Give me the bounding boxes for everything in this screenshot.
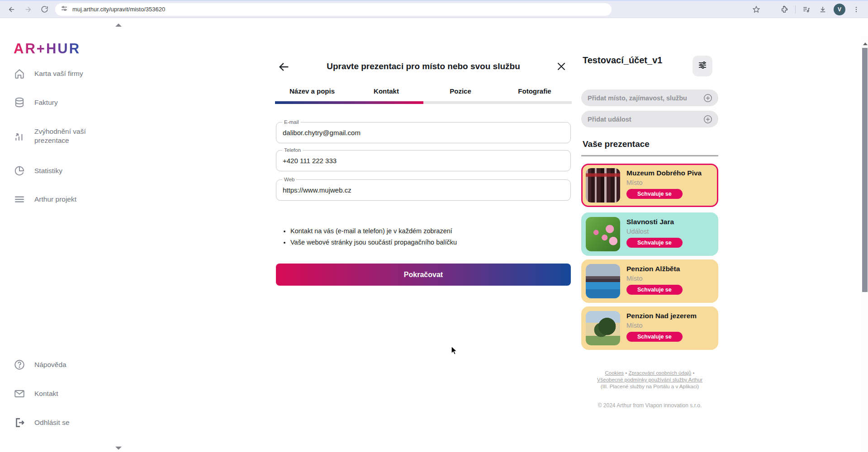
card-title: Muzeum Dobrého Piva	[626, 169, 702, 177]
phone-field[interactable]	[283, 151, 563, 171]
heading-divider	[581, 155, 718, 156]
note-item: Kontakt na vás (e-mail a telefon) je v k…	[290, 227, 457, 235]
logout-icon	[14, 417, 25, 428]
email-field-wrap: E-mail	[276, 122, 571, 143]
downloads-icon[interactable]	[816, 3, 829, 16]
personal-data-link[interactable]: Zpracování osobních údajů	[629, 370, 692, 376]
browser-forward-icon[interactable]	[22, 3, 34, 16]
add-place-label: Přidat místo, zajímavost, službu	[588, 94, 687, 102]
pie-chart-icon	[14, 165, 25, 177]
back-arrow-icon[interactable]	[278, 61, 291, 74]
modal-header: Upravte prezentaci pro místo nebo svou s…	[275, 60, 572, 75]
terms-link[interactable]: Všeobecné podmínky používání služby Arth…	[597, 377, 702, 382]
account-panel: Testovací_účet_v1 Přidat místo, zajímavo…	[581, 18, 719, 452]
vertical-scrollbar	[862, 36, 868, 452]
status-badge: Schvaluje se	[626, 332, 683, 342]
cookies-link[interactable]: Cookies	[605, 370, 624, 376]
contact-notes: Kontakt na vás (e-mail a telefon) je v k…	[290, 227, 457, 250]
sidebar-item-company-card[interactable]: Karta vaší firmy	[14, 68, 83, 80]
edit-presentation-panel: Upravte prezentaci pro místo nebo svou s…	[275, 18, 572, 452]
tab-contact[interactable]: Kontakt	[349, 87, 423, 101]
add-event-button[interactable]: Přidat událost	[581, 111, 718, 127]
tab-position[interactable]: Pozice	[423, 87, 498, 101]
modal-title: Upravte prezentaci pro místo nebo svou s…	[298, 61, 549, 71]
card-type: Událost	[626, 228, 683, 235]
sidebar-item-label: Statistiky	[34, 166, 62, 175]
sidebar-item-label: Kontakt	[34, 389, 58, 398]
copyright-text: © 2024 Arthur from Vlapon innovation s.r…	[581, 402, 718, 409]
browser-reload-icon[interactable]	[38, 3, 51, 16]
sidebar-item-label: Nápověda	[34, 360, 66, 369]
note-item: Vaše webové stránky jsou součástí propag…	[290, 239, 457, 246]
card-image-spring-flowers	[586, 217, 620, 251]
add-place-button[interactable]: Přidat místo, zajímavost, službu	[581, 89, 718, 106]
sidebar-scroll-down-icon[interactable]	[115, 447, 122, 450]
page-content: AR+HUR Karta vaší firmy Faktury Zvýhodně…	[0, 18, 868, 452]
presentations-heading: Vaše prezentace	[583, 139, 650, 149]
tab-name-description[interactable]: Název a popis	[275, 87, 349, 101]
sidebar-item-label: Odhlásit se	[34, 418, 70, 427]
footer-separator: •	[624, 370, 628, 376]
sidebar-item-invoices[interactable]: Faktury	[14, 97, 58, 108]
site-info-icon[interactable]	[61, 5, 68, 14]
browser-menu-icon[interactable]	[850, 3, 863, 16]
presentation-card-slavnosti[interactable]: Slavnosti Jara Událost Schvaluje se	[581, 212, 718, 256]
browser-back-icon[interactable]	[5, 3, 18, 16]
sidebar-item-arthur-project[interactable]: Arthur projekt	[14, 193, 76, 205]
address-bar[interactable]: muj.arthur.city/upravit/misto/353620	[55, 3, 612, 16]
legal-footer: Cookies • Zpracování osobních údajů • Vš…	[581, 370, 718, 390]
sidebar-scroll-up-icon[interactable]	[115, 24, 122, 27]
card-image-town-pool	[586, 264, 620, 298]
sliders-icon	[697, 60, 708, 72]
footer-note: (III. Placené služby na Portálu a v Apli…	[601, 384, 699, 389]
account-name: Testovací_účet_v1	[583, 55, 662, 66]
sidebar-item-label: Zvýhodnění vaší prezentace	[34, 127, 107, 145]
sidebar-item-statistics[interactable]: Statistiky	[14, 165, 62, 177]
toolbar-divider	[795, 5, 796, 14]
media-controls-icon[interactable]	[800, 3, 813, 16]
database-icon	[14, 97, 25, 108]
profile-avatar[interactable]: V	[834, 4, 845, 15]
email-field[interactable]	[283, 122, 563, 143]
help-icon	[14, 359, 25, 371]
plus-circle-icon	[703, 93, 713, 103]
status-badge: Schvaluje se	[626, 285, 683, 295]
step-progress-track	[275, 101, 572, 104]
card-title: Slavnosti Jara	[626, 218, 683, 226]
sidebar-item-label: Arthur projekt	[34, 195, 76, 204]
scrollbar-up-icon[interactable]	[863, 42, 868, 45]
card-type: Místo	[626, 275, 683, 282]
web-field[interactable]	[283, 180, 563, 200]
browser-toolbar: muj.arthur.city/upravit/misto/353620 V	[0, 0, 868, 18]
sidebar-item-promotion[interactable]: Zvýhodnění vaší prezentace	[14, 127, 113, 145]
card-image-beer-bottles	[586, 168, 620, 202]
sidebar-item-label: Karta vaší firmy	[34, 69, 83, 78]
sidebar-item-contact[interactable]: Kontakt	[14, 388, 58, 400]
footer-separator: •	[691, 370, 694, 376]
step-progress-fill	[275, 101, 423, 104]
sidebar-item-logout[interactable]: Odhlásit se	[14, 417, 70, 428]
scrollbar-thumb[interactable]	[862, 48, 868, 292]
menu-lines-icon	[14, 193, 25, 205]
presentation-card-muzeum[interactable]: Muzeum Dobrého Piva Místo Schvaluje se	[581, 164, 718, 207]
tab-photos[interactable]: Fotografie	[498, 87, 572, 101]
web-field-wrap: Web	[276, 179, 571, 201]
continue-button[interactable]: Pokračovat	[276, 264, 571, 286]
card-title: Penzion Nad jezerem	[626, 312, 697, 320]
close-icon[interactable]	[555, 61, 569, 74]
account-settings-button[interactable]	[693, 56, 712, 76]
extensions-icon[interactable]	[778, 3, 791, 16]
envelope-icon	[14, 388, 25, 400]
card-title: Penzion Alžběta	[626, 265, 683, 273]
card-type: Místo	[626, 322, 697, 329]
home-icon	[14, 68, 25, 80]
url-text[interactable]: muj.arthur.city/upravit/misto/353620	[72, 6, 165, 13]
status-badge: Schvaluje se	[626, 189, 683, 199]
arthur-logo: AR+HUR	[14, 41, 81, 57]
step-tabs: Název a popis Kontakt Pozice Fotografie	[275, 87, 572, 101]
presentation-card-nad-jezerem[interactable]: Penzion Nad jezerem Místo Schvaluje se	[581, 306, 718, 350]
bookmark-star-icon[interactable]	[750, 3, 763, 16]
sidebar-item-help[interactable]: Nápověda	[14, 359, 66, 371]
presentation-card-alzbeta[interactable]: Penzion Alžběta Místo Schvaluje se	[581, 259, 718, 303]
sidebar-item-label: Faktury	[34, 98, 58, 107]
